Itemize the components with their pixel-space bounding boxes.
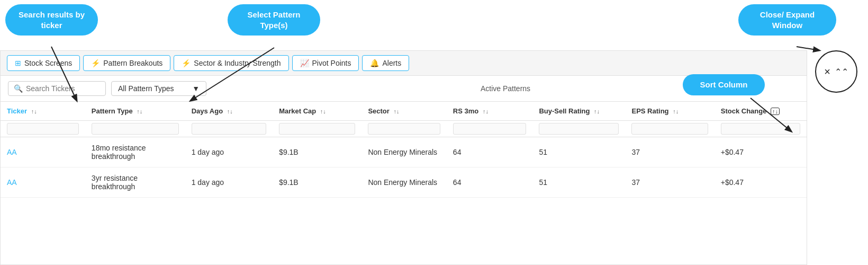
bell-icon: 🔔	[370, 59, 379, 67]
sort-arrows-pattern-type: ↑↓	[137, 108, 142, 114]
col-market-cap[interactable]: Market Cap ↑↓	[273, 102, 361, 121]
filter-days-ago[interactable]	[192, 123, 266, 135]
table-header-row: Ticker ↑↓ Pattern Type ↑↓ Days Ago ↑↓ Ma…	[1, 102, 807, 121]
search-icon: 🔍	[14, 84, 23, 93]
filter-ticker[interactable]	[7, 123, 79, 135]
table-wrap: Ticker ↑↓ Pattern Type ↑↓ Days Ago ↑↓ Ma…	[1, 102, 807, 264]
sort-arrows-eps: ↑↓	[673, 108, 679, 114]
lightning-icon-1: ⚡	[91, 59, 100, 67]
sort-arrows-sector: ↑↓	[393, 108, 399, 114]
sort-arrows-days-ago: ↑↓	[227, 108, 233, 114]
grid-icon: ⊞	[15, 59, 21, 67]
chevron-down-icon: ▼	[192, 84, 200, 93]
cell-market-cap: $9.1B	[273, 137, 361, 167]
filter-eps[interactable]	[631, 123, 708, 135]
cell-eps-rating: 37	[625, 167, 714, 198]
sort-arrows-ticker: ↑↓	[31, 108, 37, 114]
close-expand-button[interactable]: × ⌃⌃	[815, 50, 857, 93]
tab-alerts[interactable]: 🔔 Alerts	[362, 55, 409, 71]
table-row: AA 3yr resistance breakthrough 1 day ago…	[1, 167, 807, 198]
col-pattern-type[interactable]: Pattern Type ↑↓	[85, 102, 185, 121]
cell-buy-sell-rating: 51	[532, 137, 625, 167]
filter-buy-sell[interactable]	[539, 123, 619, 135]
main-table: Ticker ↑↓ Pattern Type ↑↓ Days Ago ↑↓ Ma…	[1, 102, 807, 198]
sort-arrows-stock-change: ↑↓	[771, 108, 780, 115]
tab-pivot-points-label: Pivot Points	[312, 59, 351, 67]
nav-tabs-bar: ⊞ Stock Screens ⚡ Pattern Breakouts ⚡ Se…	[1, 51, 807, 76]
search-tickers-wrap: 🔍	[8, 81, 106, 96]
expand-icon: ⌃⌃	[835, 67, 848, 77]
sort-column-tooltip: Sort Column	[683, 74, 765, 95]
pattern-type-label: All Pattern Types	[118, 84, 174, 93]
filter-market-cap[interactable]	[279, 123, 355, 135]
cell-stock-change: +$0.47	[715, 167, 807, 198]
col-days-ago[interactable]: Days Ago ↑↓	[185, 102, 273, 121]
close-expand-tooltip: Close/ Expand Window	[738, 4, 836, 36]
cell-rs-3mo: 64	[447, 137, 533, 167]
tab-stock-screens-label: Stock Screens	[24, 59, 72, 67]
sort-arrows-market-cap: ↑↓	[320, 108, 326, 114]
tab-pivot-points[interactable]: 📈 Pivot Points	[292, 55, 359, 71]
cell-ticker[interactable]: AA	[1, 137, 85, 167]
sort-arrows-rs-3mo: ↑↓	[483, 108, 489, 114]
cell-sector: Non Energy Minerals	[361, 137, 446, 167]
svg-line-2	[797, 47, 819, 50]
filter-pattern-type[interactable]	[92, 123, 179, 135]
filter-rs-3mo[interactable]	[453, 123, 527, 135]
sort-arrows-buy-sell: ↑↓	[594, 108, 600, 114]
tab-sector-industry-label: Sector & Industry Strength	[194, 59, 281, 67]
col-ticker[interactable]: Ticker ↑↓	[1, 102, 85, 121]
cell-sector: Non Energy Minerals	[361, 167, 446, 198]
cell-buy-sell-rating: 51	[532, 167, 625, 198]
search-results-tooltip: Search results by ticker	[5, 4, 98, 36]
column-filter-row	[1, 121, 807, 137]
table-body: AA 18mo resistance breakthrough 1 day ag…	[1, 137, 807, 198]
tab-stock-screens[interactable]: ⊞ Stock Screens	[7, 55, 80, 71]
cell-rs-3mo: 64	[447, 167, 533, 198]
col-stock-change[interactable]: Stock Change ↑↓	[715, 102, 807, 121]
tab-sector-industry[interactable]: ⚡ Sector & Industry Strength	[174, 55, 288, 71]
cell-days-ago: 1 day ago	[185, 167, 273, 198]
cell-market-cap: $9.1B	[273, 167, 361, 198]
close-icon: ×	[824, 66, 830, 78]
cell-pattern-type: 18mo resistance breakthrough	[85, 137, 185, 167]
tab-pattern-breakouts-label: Pattern Breakouts	[103, 59, 162, 67]
col-sector[interactable]: Sector ↑↓	[361, 102, 446, 121]
cell-ticker[interactable]: AA	[1, 167, 85, 198]
search-tickers-input[interactable]	[26, 84, 100, 93]
tab-alerts-label: Alerts	[382, 59, 401, 67]
pattern-type-select[interactable]: All Pattern Types ▼	[111, 81, 206, 96]
cell-days-ago: 1 day ago	[185, 137, 273, 167]
tab-pattern-breakouts[interactable]: ⚡ Pattern Breakouts	[83, 55, 170, 71]
col-rs-3mo[interactable]: RS 3mo ↑↓	[447, 102, 533, 121]
select-pattern-tooltip: Select Pattern Type(s)	[228, 4, 320, 36]
cell-eps-rating: 37	[625, 137, 714, 167]
cell-pattern-type: 3yr resistance breakthrough	[85, 167, 185, 198]
col-eps-rating[interactable]: EPS Rating ↑↓	[625, 102, 714, 121]
cell-stock-change: +$0.47	[715, 137, 807, 167]
chart-icon: 📈	[300, 59, 309, 67]
lightning-icon-2: ⚡	[182, 59, 191, 67]
table-row: AA 18mo resistance breakthrough 1 day ag…	[1, 137, 807, 167]
filter-stock-change[interactable]	[721, 123, 800, 135]
col-buy-sell-rating[interactable]: Buy-Sell Rating ↑↓	[532, 102, 625, 121]
filter-sector[interactable]	[368, 123, 440, 135]
